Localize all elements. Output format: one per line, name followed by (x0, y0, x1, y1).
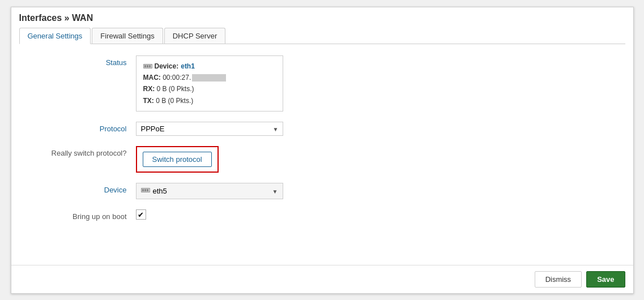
main-panel: Interfaces » WAN General Settings Firewa… (11, 7, 634, 294)
switch-protocol-highlight: Switch protocol (136, 146, 219, 173)
tx-line: TX: 0 B (0 Pkts.) (143, 95, 276, 106)
rx-line: RX: 0 B (0 Pkts.) (143, 83, 276, 95)
page-title: Interfaces » WAN (19, 13, 625, 23)
rx-key: RX: (143, 85, 155, 93)
device-label: Device (23, 183, 136, 194)
mac-line: MAC: 00:00:27. (143, 72, 276, 83)
status-box: Device: eth1 MAC: 00:00:27. RX: 0 B (0 P… (136, 55, 283, 112)
svg-rect-4 (149, 65, 151, 67)
mac-key: MAC: (143, 74, 161, 82)
device-value: eth5 (153, 187, 167, 195)
device-icon-small (141, 186, 150, 196)
page-header: Interfaces » WAN General Settings Firewa… (11, 7, 633, 44)
status-device-line: Device: eth1 (143, 61, 276, 72)
svg-rect-3 (147, 65, 148, 67)
tabs-bar: General Settings Firewall Settings DHCP … (19, 28, 625, 44)
svg-rect-9 (147, 189, 148, 191)
tx-value: 0 B (0 Pkts.) (156, 97, 193, 105)
form-content: Status Device: eth1 (11, 44, 633, 265)
footer: Dismiss Save (11, 265, 633, 293)
protocol-select-wrapper: PPPoE DHCP Static None (136, 122, 283, 136)
device-select-display[interactable]: eth5 (136, 183, 283, 199)
mac-value-partial: 00:00:27. (163, 74, 191, 82)
svg-rect-7 (142, 189, 144, 191)
save-button[interactable]: Save (586, 271, 625, 288)
status-label: Status (23, 55, 136, 67)
tx-key: TX: (143, 97, 154, 105)
device-value: eth1 (181, 61, 195, 72)
tab-dhcp-server[interactable]: DHCP Server (164, 28, 226, 44)
svg-rect-8 (144, 189, 146, 191)
bring-up-checkbox[interactable]: ✔ (136, 209, 146, 220)
device-row: Device eth5 (23, 183, 622, 199)
device-key: Device: (155, 61, 179, 72)
bring-up-label: Bring up on boot (23, 209, 136, 221)
status-row: Status Device: eth1 (23, 55, 622, 112)
rx-value: 0 B (0 Pkts.) (157, 85, 194, 93)
switch-protocol-button[interactable]: Switch protocol (143, 152, 212, 167)
switch-protocol-prompt: Really switch protocol? (23, 146, 136, 157)
dismiss-button[interactable]: Dismiss (535, 271, 582, 288)
svg-rect-2 (144, 65, 146, 67)
bring-up-on-boot-row: Bring up on boot ✔ (23, 209, 622, 221)
mac-blur (192, 74, 226, 82)
network-device-icon (143, 62, 152, 71)
protocol-select[interactable]: PPPoE DHCP Static None (136, 122, 283, 136)
switch-protocol-row: Really switch protocol? Switch protocol (23, 146, 622, 173)
tab-firewall-settings[interactable]: Firewall Settings (92, 28, 163, 44)
protocol-label: Protocol (23, 122, 136, 133)
tab-general-settings[interactable]: General Settings (19, 28, 91, 44)
protocol-row: Protocol PPPoE DHCP Static None (23, 122, 622, 136)
